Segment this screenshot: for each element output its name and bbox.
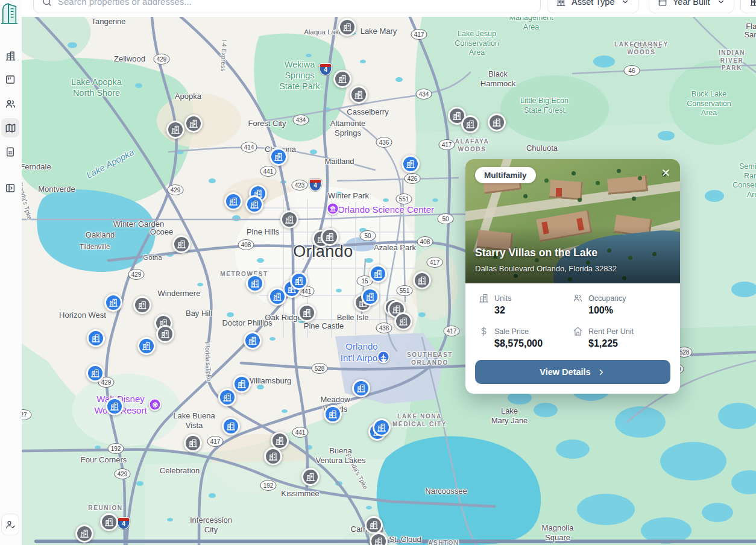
- sidebar-item-documents[interactable]: [1, 142, 19, 162]
- property-marker[interactable]: [172, 235, 191, 253]
- board-icon: [5, 74, 16, 85]
- stat-value: $1,225: [573, 338, 667, 349]
- stat-units: Units32: [479, 293, 573, 316]
- stat-value: 32: [479, 305, 573, 316]
- dollar-icon: [479, 326, 489, 336]
- year-built-label: Year Built: [673, 0, 710, 7]
- search-box[interactable]: [33, 0, 541, 13]
- property-marker[interactable]: [244, 332, 262, 350]
- property-marker[interactable]: [166, 121, 184, 139]
- stat-occupancy: Occupancy100%: [573, 293, 667, 316]
- users-icon: [5, 98, 16, 110]
- view-details-label: View Details: [540, 367, 590, 377]
- search-icon: [42, 0, 52, 7]
- sidebar-item-account[interactable]: [1, 514, 19, 535]
- museum-poi-icon[interactable]: [327, 203, 339, 215]
- building-icon: [749, 0, 756, 7]
- stat-sale-price: Sale Price$8,575,000: [479, 326, 573, 349]
- file-icon: [5, 146, 16, 157]
- building-icon: [5, 50, 16, 61]
- sidebar-item-map[interactable]: [1, 118, 19, 137]
- chevron-right-icon: [597, 368, 606, 377]
- property-marker[interactable]: [87, 329, 105, 347]
- property-marker[interactable]: [156, 325, 174, 343]
- property-marker[interactable]: [137, 337, 156, 355]
- attraction-poi-icon[interactable]: [149, 399, 162, 411]
- stat-value: $8,575,000: [479, 338, 573, 349]
- property-marker[interactable]: [488, 113, 506, 131]
- more-filter[interactable]: [740, 0, 756, 13]
- property-marker[interactable]: [338, 18, 356, 36]
- property-marker[interactable]: [373, 418, 391, 436]
- property-marker[interactable]: [280, 210, 298, 228]
- sidebar-collapse-button[interactable]: [1, 178, 19, 198]
- property-marker[interactable]: [75, 525, 93, 543]
- property-marker[interactable]: [350, 86, 368, 104]
- map-icon: [5, 122, 16, 134]
- property-marker[interactable]: [369, 265, 387, 283]
- panel-open-icon: [5, 183, 16, 194]
- property-marker[interactable]: [264, 447, 282, 465]
- property-marker[interactable]: [352, 379, 370, 397]
- users-icon: [573, 293, 583, 303]
- stat-label: Rent Per Unit: [588, 327, 634, 336]
- sidebar-item-properties[interactable]: [1, 46, 19, 65]
- property-marker[interactable]: [184, 434, 202, 452]
- property-marker[interactable]: [218, 388, 236, 406]
- property-marker[interactable]: [321, 228, 339, 246]
- property-marker[interactable]: [301, 468, 320, 486]
- property-marker[interactable]: [106, 397, 124, 415]
- search-input[interactable]: [58, 0, 532, 7]
- sidebar: [0, 0, 22, 545]
- view-details-button[interactable]: View Details: [475, 360, 670, 384]
- stat-label: Occupancy: [588, 294, 626, 303]
- property-marker[interactable]: [361, 288, 379, 306]
- close-icon[interactable]: [658, 165, 673, 180]
- property-marker[interactable]: [245, 195, 263, 213]
- airport-poi-icon[interactable]: [377, 351, 390, 364]
- building-icon: [556, 0, 566, 7]
- property-marker[interactable]: [365, 516, 383, 534]
- property-marker[interactable]: [86, 364, 104, 382]
- property-marker[interactable]: [222, 417, 240, 435]
- chevron-down-icon: [717, 0, 725, 6]
- asset-type-filter[interactable]: Asset Type: [547, 0, 638, 13]
- property-marker[interactable]: [461, 115, 479, 133]
- building-icon: [479, 293, 489, 303]
- property-marker[interactable]: [333, 70, 351, 88]
- property-marker[interactable]: [133, 296, 151, 314]
- sidebar-item-board[interactable]: [1, 70, 19, 89]
- property-marker[interactable]: [324, 405, 342, 423]
- property-marker[interactable]: [224, 192, 242, 210]
- property-marker[interactable]: [290, 272, 308, 290]
- app-logo[interactable]: [1, 1, 17, 25]
- property-marker[interactable]: [402, 155, 420, 173]
- property-popup: Multifamily Starry Villas on the Lake Da…: [465, 159, 680, 394]
- stat-label: Sale Price: [494, 327, 529, 336]
- property-marker[interactable]: [413, 271, 431, 289]
- user-check-icon: [5, 519, 16, 530]
- property-marker[interactable]: [394, 312, 412, 330]
- property-marker[interactable]: [104, 294, 122, 312]
- property-title: Starry Villas on the Lake: [475, 247, 597, 259]
- property-address: Dallas Boulevard Orlando, Florida 32832: [475, 264, 617, 273]
- property-marker[interactable]: [246, 274, 264, 292]
- property-marker[interactable]: [298, 304, 316, 322]
- asset-type-label: Asset Type: [572, 0, 614, 7]
- property-marker[interactable]: [268, 288, 286, 306]
- property-marker[interactable]: [233, 375, 251, 393]
- property-stats: Units32Occupancy100%Sale Price$8,575,000…: [465, 283, 680, 350]
- year-built-filter[interactable]: Year Built: [649, 0, 734, 13]
- property-marker[interactable]: [100, 513, 118, 531]
- property-marker[interactable]: [269, 148, 288, 166]
- property-photo: Multifamily Starry Villas on the Lake Da…: [465, 159, 680, 283]
- chevron-down-icon: [621, 0, 629, 6]
- home-icon: [573, 326, 583, 336]
- sidebar-item-contacts[interactable]: [1, 94, 19, 113]
- property-marker[interactable]: [184, 115, 203, 133]
- asset-class-badge: Multifamily: [475, 167, 536, 183]
- calendar-icon: [658, 0, 667, 7]
- stat-rent-per-unit: Rent Per Unit$1,225: [573, 326, 667, 349]
- top-bar: Asset Type Year Built: [0, 0, 756, 17]
- stat-label: Units: [494, 294, 511, 303]
